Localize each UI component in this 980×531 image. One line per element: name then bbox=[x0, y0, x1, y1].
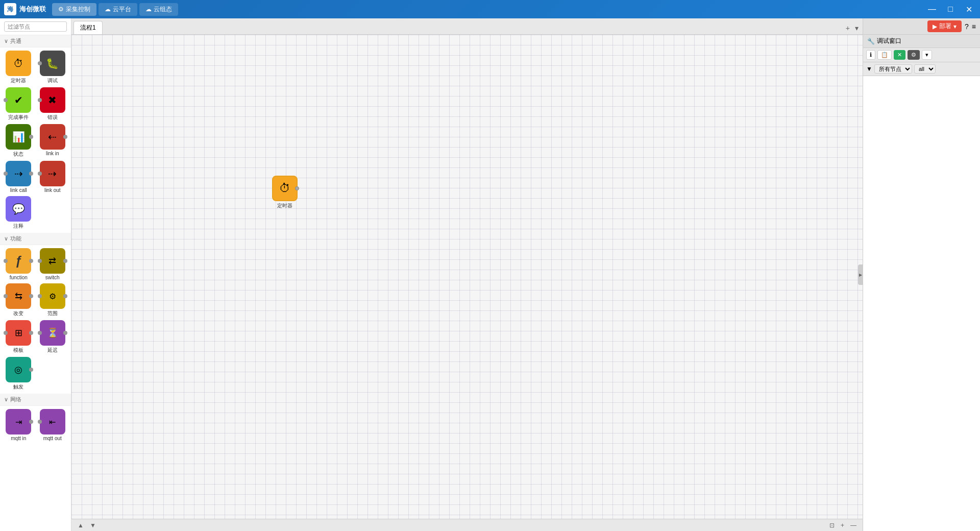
status-port-right bbox=[29, 135, 33, 139]
nav-down-button[interactable]: ▼ bbox=[88, 521, 98, 530]
nav-up-button[interactable]: ▲ bbox=[76, 521, 86, 530]
sidebar-item-delay[interactable]: ⏳ 延迟 bbox=[36, 319, 69, 355]
cloud-platform-button[interactable]: ☁ 云平台 bbox=[99, 3, 137, 16]
sidebar-item-comment[interactable]: 💬 注释 bbox=[2, 195, 35, 231]
chevron-down-icon-3: ∨ bbox=[4, 396, 8, 403]
sidebar-item-function[interactable]: ƒ function bbox=[2, 247, 35, 281]
delay-node-label: 延迟 bbox=[47, 347, 58, 354]
timer-node-label: 定时器 bbox=[11, 77, 26, 84]
section-common[interactable]: ∨ 共通 bbox=[0, 35, 71, 47]
filter-nodes-select[interactable]: 所有节点 bbox=[874, 64, 912, 74]
sidebar-item-link-call[interactable]: ⇢ link call bbox=[2, 160, 35, 194]
canvas-node-timer[interactable]: ⏱ 定时器 bbox=[272, 176, 298, 209]
top-bar-right: — □ ✕ bbox=[925, 2, 976, 16]
zoom-in-button[interactable]: + bbox=[839, 521, 846, 530]
tab-menu-button[interactable]: ▾ bbox=[853, 23, 861, 33]
canvas-timer-box[interactable]: ⏱ bbox=[272, 176, 298, 201]
canvas-timer-icon: ⏱ bbox=[279, 182, 290, 195]
cloud-state-icon: ☁ bbox=[145, 6, 152, 13]
bottom-bar-right: ⊡ + — bbox=[827, 521, 859, 530]
mqtt-out-port-left bbox=[38, 420, 42, 424]
change-port-left bbox=[4, 294, 8, 298]
link-out-node-icon: ⇢ bbox=[40, 161, 65, 186]
range-port-right bbox=[63, 294, 67, 298]
app-name: 海创微联 bbox=[19, 5, 46, 14]
sidebar-item-debug[interactable]: 🐛 调试 bbox=[36, 50, 69, 85]
settings-button[interactable]: ⚙ bbox=[908, 50, 920, 60]
change-node-icon: ⇆ bbox=[6, 283, 31, 309]
main-menu-button[interactable]: ≡ bbox=[972, 22, 976, 31]
logo-icon: 海 bbox=[4, 3, 16, 15]
top-bar: 海 海创微联 ⚙ 采集控制 ☁ 云平台 ☁ 云组态 — □ ✕ bbox=[0, 0, 980, 18]
link-in-node-label: link in bbox=[46, 151, 59, 156]
zoom-out-button[interactable]: — bbox=[848, 521, 859, 530]
info-button[interactable]: ℹ bbox=[866, 50, 875, 60]
function-port-left bbox=[4, 259, 8, 263]
sidebar-item-mqtt-out[interactable]: ⇤ mqtt out bbox=[36, 408, 69, 442]
sidebar-item-mqtt-in[interactable]: ⇥ mqtt in bbox=[2, 408, 35, 442]
error-node-label: 错误 bbox=[47, 114, 58, 121]
trigger-node-label: 触发 bbox=[13, 383, 23, 391]
delay-port-left bbox=[38, 331, 42, 335]
filter-icon: ▼ bbox=[866, 65, 872, 73]
template-node-icon: ⊞ bbox=[6, 320, 31, 346]
delay-port-right bbox=[63, 331, 67, 335]
canvas-area[interactable]: ⏱ 定时器 bbox=[71, 35, 863, 519]
clear-button[interactable]: ✕ bbox=[894, 50, 905, 60]
collect-icon: ⚙ bbox=[58, 6, 64, 13]
range-port-left bbox=[38, 294, 42, 298]
switch-node-icon: ⇄ bbox=[40, 248, 65, 274]
right-panel: ▶ 部署 ▾ ? ≡ 🔧 调试窗口 ℹ 📋 ✕ ⚙ ▾ ▼ 所有节点 all bbox=[863, 18, 980, 531]
function-nodes: ƒ function ⇄ switch ⇆ bbox=[0, 245, 71, 394]
sidebar-item-complete[interactable]: ✔ 完成事件 bbox=[2, 86, 35, 122]
status-node-icon: 📊 bbox=[6, 124, 31, 150]
sidebar-item-switch[interactable]: ⇄ switch bbox=[36, 247, 69, 281]
sidebar-search-area bbox=[0, 18, 71, 35]
help-button[interactable]: ? bbox=[965, 22, 969, 31]
debug-node-icon: 🐛 bbox=[40, 51, 65, 76]
function-node-label: function bbox=[10, 275, 28, 280]
error-node-icon: ✖ bbox=[40, 87, 65, 113]
link-call-port-left bbox=[4, 172, 8, 176]
sidebar-item-range[interactable]: ⚙ 范围 bbox=[36, 282, 69, 318]
section-network[interactable]: ∨ 网络 bbox=[0, 394, 71, 406]
status-node-label: 状态 bbox=[13, 151, 23, 158]
sidebar-item-link-out[interactable]: ⇢ link out bbox=[36, 160, 69, 194]
collapse-icon: ▶ bbox=[859, 273, 862, 277]
filter-all-select[interactable]: all bbox=[914, 64, 936, 74]
cloud-state-button[interactable]: ☁ 云组态 bbox=[139, 3, 178, 16]
section-function[interactable]: ∨ 功能 bbox=[0, 233, 71, 245]
tabs-bar-actions: + ▾ bbox=[844, 23, 861, 34]
canvas-timer-label: 定时器 bbox=[277, 202, 292, 209]
link-call-node-icon: ⇢ bbox=[6, 161, 31, 186]
copy-button[interactable]: 📋 bbox=[877, 50, 892, 60]
sidebar-item-error[interactable]: ✖ 错误 bbox=[36, 86, 69, 122]
add-tab-button[interactable]: + bbox=[844, 23, 852, 33]
link-in-node-icon: ⇠ bbox=[40, 124, 65, 150]
search-input[interactable] bbox=[4, 21, 67, 32]
error-port-left bbox=[38, 98, 42, 102]
debug-port-left bbox=[38, 61, 42, 65]
window-minimize-icon[interactable]: — bbox=[925, 2, 939, 16]
window-maximize-icon[interactable]: □ bbox=[943, 2, 958, 16]
more-button[interactable]: ▾ bbox=[922, 50, 932, 60]
deploy-button[interactable]: ▶ 部署 ▾ bbox=[927, 20, 962, 32]
complete-node-icon: ✔ bbox=[6, 87, 31, 113]
bottom-bar: ▲ ▼ ⊡ + — bbox=[71, 519, 863, 531]
sidebar-item-timer[interactable]: ⏱ 定时器 bbox=[2, 50, 35, 85]
mqtt-in-port-right bbox=[29, 420, 33, 424]
sidebar-item-status[interactable]: 📊 状态 bbox=[2, 123, 35, 159]
sidebar-item-template[interactable]: ⊞ 模板 bbox=[2, 319, 35, 355]
right-panel-collapse-handle[interactable]: ▶ bbox=[858, 264, 863, 285]
right-panel-deploy-area: ▶ 部署 ▾ ? ≡ bbox=[863, 18, 980, 35]
zoom-fit-button[interactable]: ⊡ bbox=[827, 521, 837, 530]
window-close-icon[interactable]: ✕ bbox=[962, 2, 976, 16]
sidebar-item-change[interactable]: ⇆ 改变 bbox=[2, 282, 35, 318]
template-node-label: 模板 bbox=[13, 347, 23, 354]
tabs-bar: 流程1 + ▾ bbox=[71, 18, 863, 35]
tab-flow1[interactable]: 流程1 bbox=[74, 21, 103, 34]
common-nodes: ⏱ 定时器 🐛 调试 ✔ 完成事件 bbox=[0, 47, 71, 233]
sidebar-item-trigger[interactable]: ◎ 触发 bbox=[2, 356, 35, 392]
collect-control-button[interactable]: ⚙ 采集控制 bbox=[52, 3, 96, 16]
sidebar-item-link-in[interactable]: ⇠ link in bbox=[36, 123, 69, 159]
